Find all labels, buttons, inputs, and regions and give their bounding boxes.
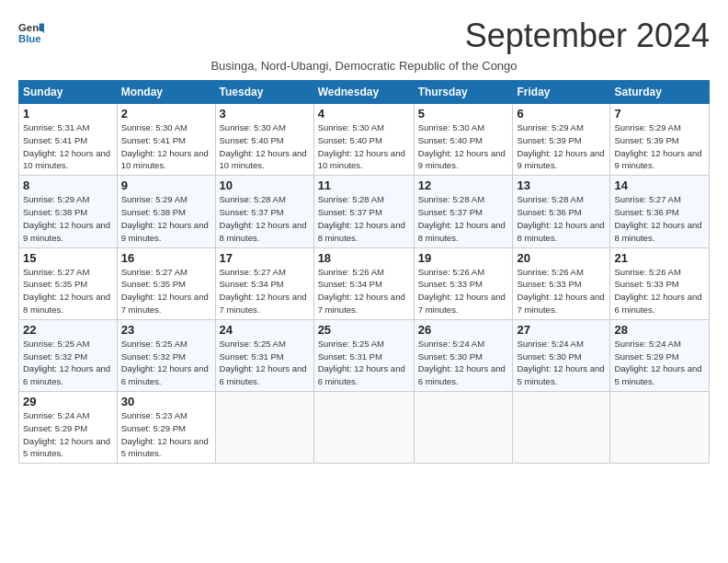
calendar-cell: 25Sunrise: 5:25 AMSunset: 5:31 PMDayligh…: [313, 319, 414, 391]
day-number: 9: [121, 178, 211, 192]
calendar-cell: 23Sunrise: 5:25 AMSunset: 5:32 PMDayligh…: [117, 319, 215, 391]
day-number: 14: [614, 178, 705, 192]
calendar-cell: 9Sunrise: 5:29 AMSunset: 5:38 PMDaylight…: [117, 176, 215, 247]
calendar-cell: 8Sunrise: 5:29 AMSunset: 5:38 PMDaylight…: [19, 176, 118, 247]
calendar-cell: 2Sunrise: 5:30 AMSunset: 5:41 PMDaylight…: [117, 104, 215, 176]
calendar-cell: [610, 392, 710, 464]
day-number: 26: [418, 323, 509, 337]
day-number: 27: [517, 323, 606, 337]
day-info: Sunrise: 5:27 AMSunset: 5:35 PMDaylight:…: [23, 267, 110, 315]
day-info: Sunrise: 5:27 AMSunset: 5:36 PMDaylight:…: [614, 194, 701, 242]
calendar-cell: 1Sunrise: 5:31 AMSunset: 5:41 PMDaylight…: [19, 104, 118, 176]
day-number: 8: [23, 178, 113, 192]
day-info: Sunrise: 5:28 AMSunset: 5:37 PMDaylight:…: [220, 194, 307, 242]
day-number: 11: [318, 178, 410, 192]
day-number: 2: [121, 107, 211, 121]
day-info: Sunrise: 5:23 AMSunset: 5:29 PMDaylight:…: [121, 410, 209, 458]
calendar-cell: [313, 392, 414, 464]
calendar-cell: 19Sunrise: 5:26 AMSunset: 5:33 PMDayligh…: [414, 247, 513, 319]
dow-header: Friday: [513, 81, 610, 104]
day-number: 29: [23, 395, 113, 408]
calendar-cell: 20Sunrise: 5:26 AMSunset: 5:33 PMDayligh…: [513, 247, 610, 319]
day-number: 24: [220, 323, 310, 337]
day-number: 18: [318, 251, 410, 265]
dow-header: Wednesday: [313, 81, 414, 104]
day-info: Sunrise: 5:30 AMSunset: 5:40 PMDaylight:…: [318, 122, 405, 170]
day-number: 23: [121, 323, 211, 337]
day-info: Sunrise: 5:26 AMSunset: 5:33 PMDaylight:…: [418, 267, 506, 315]
calendar-cell: 6Sunrise: 5:29 AMSunset: 5:39 PMDaylight…: [513, 104, 610, 176]
calendar-cell: 26Sunrise: 5:24 AMSunset: 5:30 PMDayligh…: [414, 319, 513, 391]
calendar-cell: 28Sunrise: 5:24 AMSunset: 5:29 PMDayligh…: [610, 319, 710, 391]
calendar-cell: 11Sunrise: 5:28 AMSunset: 5:37 PMDayligh…: [313, 176, 414, 247]
calendar-cell: [513, 392, 610, 464]
calendar-cell: 10Sunrise: 5:28 AMSunset: 5:37 PMDayligh…: [215, 176, 313, 247]
day-number: 17: [220, 251, 310, 265]
day-info: Sunrise: 5:26 AMSunset: 5:34 PMDaylight:…: [318, 267, 405, 315]
day-number: 25: [318, 323, 410, 337]
day-info: Sunrise: 5:26 AMSunset: 5:33 PMDaylight:…: [614, 267, 701, 315]
calendar-cell: 24Sunrise: 5:25 AMSunset: 5:31 PMDayligh…: [215, 319, 313, 391]
day-info: Sunrise: 5:26 AMSunset: 5:33 PMDaylight:…: [517, 267, 604, 315]
day-info: Sunrise: 5:29 AMSunset: 5:38 PMDaylight:…: [121, 194, 209, 242]
calendar-cell: 27Sunrise: 5:24 AMSunset: 5:30 PMDayligh…: [513, 319, 610, 391]
day-number: 28: [614, 323, 705, 337]
calendar-cell: 7Sunrise: 5:29 AMSunset: 5:39 PMDaylight…: [610, 104, 710, 176]
day-info: Sunrise: 5:25 AMSunset: 5:32 PMDaylight:…: [23, 339, 110, 386]
day-info: Sunrise: 5:30 AMSunset: 5:41 PMDaylight:…: [121, 122, 209, 170]
logo: General Blue: [18, 20, 48, 46]
dow-header: Sunday: [19, 81, 118, 104]
dow-header: Saturday: [610, 81, 710, 104]
day-number: 15: [23, 251, 113, 265]
calendar-cell: 5Sunrise: 5:30 AMSunset: 5:40 PMDaylight…: [414, 104, 513, 176]
calendar-cell: 16Sunrise: 5:27 AMSunset: 5:35 PMDayligh…: [117, 247, 215, 319]
day-info: Sunrise: 5:28 AMSunset: 5:37 PMDaylight:…: [318, 194, 405, 242]
calendar-cell: 18Sunrise: 5:26 AMSunset: 5:34 PMDayligh…: [313, 247, 414, 319]
calendar-cell: 12Sunrise: 5:28 AMSunset: 5:37 PMDayligh…: [414, 176, 513, 247]
day-info: Sunrise: 5:28 AMSunset: 5:36 PMDaylight:…: [517, 194, 604, 242]
day-number: 20: [517, 251, 606, 265]
day-info: Sunrise: 5:24 AMSunset: 5:29 PMDaylight:…: [614, 339, 701, 386]
subtitle: Businga, Nord-Ubangi, Democratic Republi…: [18, 59, 710, 73]
day-number: 30: [121, 395, 211, 408]
day-info: Sunrise: 5:24 AMSunset: 5:30 PMDaylight:…: [517, 339, 604, 386]
day-info: Sunrise: 5:27 AMSunset: 5:34 PMDaylight:…: [220, 267, 307, 315]
day-number: 1: [23, 107, 113, 121]
day-info: Sunrise: 5:24 AMSunset: 5:29 PMDaylight:…: [23, 410, 110, 458]
calendar-cell: 14Sunrise: 5:27 AMSunset: 5:36 PMDayligh…: [610, 176, 710, 247]
day-info: Sunrise: 5:30 AMSunset: 5:40 PMDaylight:…: [220, 122, 307, 170]
day-info: Sunrise: 5:31 AMSunset: 5:41 PMDaylight:…: [23, 122, 110, 170]
day-number: 12: [418, 178, 509, 192]
dow-header: Thursday: [414, 81, 513, 104]
calendar-cell: 3Sunrise: 5:30 AMSunset: 5:40 PMDaylight…: [215, 104, 313, 176]
calendar-cell: 29Sunrise: 5:24 AMSunset: 5:29 PMDayligh…: [19, 392, 118, 464]
calendar-cell: 4Sunrise: 5:30 AMSunset: 5:40 PMDaylight…: [313, 104, 414, 176]
day-info: Sunrise: 5:29 AMSunset: 5:39 PMDaylight:…: [517, 122, 604, 170]
day-number: 4: [318, 107, 410, 121]
day-number: 7: [614, 107, 705, 121]
dow-header: Tuesday: [215, 81, 313, 104]
day-info: Sunrise: 5:30 AMSunset: 5:40 PMDaylight:…: [418, 122, 506, 170]
svg-text:Blue: Blue: [18, 33, 41, 44]
day-info: Sunrise: 5:28 AMSunset: 5:37 PMDaylight:…: [418, 194, 506, 242]
day-info: Sunrise: 5:29 AMSunset: 5:38 PMDaylight:…: [23, 194, 110, 242]
page-title: September 2024: [465, 17, 710, 55]
day-info: Sunrise: 5:24 AMSunset: 5:30 PMDaylight:…: [418, 339, 506, 386]
day-info: Sunrise: 5:25 AMSunset: 5:31 PMDaylight:…: [220, 339, 307, 386]
day-info: Sunrise: 5:29 AMSunset: 5:39 PMDaylight:…: [614, 122, 701, 170]
calendar-cell: 15Sunrise: 5:27 AMSunset: 5:35 PMDayligh…: [19, 247, 118, 319]
day-number: 22: [23, 323, 113, 337]
calendar-cell: 30Sunrise: 5:23 AMSunset: 5:29 PMDayligh…: [117, 392, 215, 464]
day-number: 10: [220, 178, 310, 192]
day-number: 21: [614, 251, 705, 265]
calendar-cell: [414, 392, 513, 464]
calendar-cell: [215, 392, 313, 464]
calendar-cell: 22Sunrise: 5:25 AMSunset: 5:32 PMDayligh…: [19, 319, 118, 391]
calendar-cell: 21Sunrise: 5:26 AMSunset: 5:33 PMDayligh…: [610, 247, 710, 319]
day-number: 16: [121, 251, 211, 265]
day-number: 13: [517, 178, 606, 192]
calendar-cell: 13Sunrise: 5:28 AMSunset: 5:36 PMDayligh…: [513, 176, 610, 247]
calendar-cell: 17Sunrise: 5:27 AMSunset: 5:34 PMDayligh…: [215, 247, 313, 319]
day-info: Sunrise: 5:27 AMSunset: 5:35 PMDaylight:…: [121, 267, 209, 315]
dow-header: Monday: [117, 81, 215, 104]
